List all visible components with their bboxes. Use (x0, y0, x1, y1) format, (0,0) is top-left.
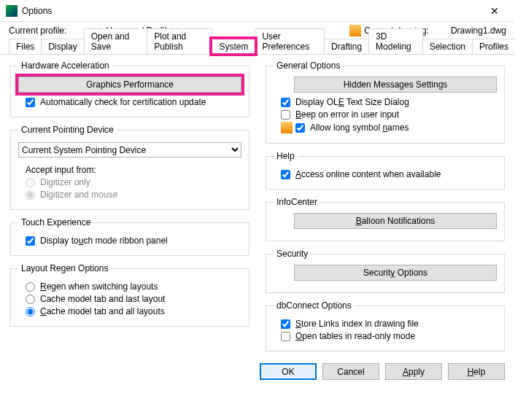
window-title: Options (22, 6, 480, 16)
hidden-messages-button[interactable]: Hidden Messages Settings (294, 77, 497, 93)
legend-pointing: Current Pointing Device (18, 125, 117, 135)
radio-cache-all[interactable]: Cache model tab and all layouts (26, 306, 241, 316)
radio-regen-switching[interactable]: Regen when switching layouts (26, 281, 241, 292)
group-hardware-acceleration: Hardware Acceleration Graphics Performan… (10, 61, 249, 117)
radio-cache-last[interactable]: Cache model tab and last layout (26, 294, 241, 304)
tab-selection[interactable]: Selection (422, 39, 473, 54)
check-online-content[interactable]: Access online content when available (281, 169, 497, 179)
security-options-button[interactable]: Security Options (294, 265, 497, 281)
radio-cache-last-input[interactable] (26, 295, 35, 304)
tab-drafting[interactable]: Drafting (324, 39, 369, 54)
tab-user-preferences[interactable]: User Preferences (255, 28, 325, 54)
group-infocenter: InfoCenter Balloon Notifications (266, 197, 505, 241)
radio-digitizer-only-input (26, 178, 35, 187)
check-beep-error[interactable]: Beep on error in user input (281, 109, 497, 120)
app-icon (6, 5, 18, 17)
check-beep-box[interactable] (281, 110, 290, 120)
radio-digitizer-only: Digitizer only (26, 177, 241, 187)
check-online-box[interactable] (281, 170, 290, 179)
close-icon[interactable]: ✕ (480, 5, 509, 17)
check-open-readonly-box[interactable] (281, 332, 290, 341)
group-touch: Touch Experience Display touch mode ribb… (10, 217, 249, 256)
titlebar: Options ✕ (0, 0, 515, 22)
check-long-symbol[interactable]: Allow long symbol names (281, 122, 497, 133)
group-dbconnect: dbConnect Options Store Links index in d… (266, 300, 505, 351)
drawing-override-icon (281, 122, 293, 133)
check-ole-text-size[interactable]: Display OLE Text Size Dialog (281, 97, 497, 107)
tab-system[interactable]: System (212, 39, 255, 54)
check-touch-ribbon[interactable]: Display touch mode ribbon panel (26, 236, 241, 246)
pointing-device-select[interactable]: Current System Pointing Device (18, 142, 241, 158)
graphics-performance-button[interactable]: Graphics Performance (18, 77, 241, 93)
profile-label: Current profile: (9, 26, 66, 36)
tab-plot-and-publish[interactable]: Plot and Publish (147, 28, 212, 54)
check-long-symbol-box[interactable] (295, 123, 305, 133)
legend-touch: Touch Experience (18, 217, 93, 228)
ok-button[interactable]: OK (260, 363, 317, 380)
check-cert-update-box[interactable] (26, 98, 35, 107)
group-general-options: General Options Hidden Messages Settings… (266, 61, 505, 144)
legend-help: Help (274, 151, 298, 161)
tab-display[interactable]: Display (41, 39, 84, 54)
tab-files[interactable]: Files (9, 39, 42, 54)
tab-strip: FilesDisplayOpen and SavePlot and Publis… (0, 38, 515, 55)
group-security: Security Security Options (266, 249, 505, 293)
legend-general: General Options (274, 61, 343, 71)
radio-regen-switching-input[interactable] (26, 282, 35, 292)
apply-button[interactable]: Apply (385, 363, 442, 380)
legend-hw: Hardware Acceleration (18, 61, 112, 71)
tab-profiles[interactable]: Profiles (472, 39, 515, 54)
tab-3d-modeling[interactable]: 3D Modeling (368, 28, 423, 54)
tab-open-and-save[interactable]: Open and Save (84, 28, 148, 54)
help-button[interactable]: Help (448, 363, 505, 380)
radio-cache-all-input[interactable] (26, 307, 35, 316)
left-column: Hardware Acceleration Graphics Performan… (10, 61, 249, 351)
balloon-notifications-button[interactable]: Balloon Notifications (294, 213, 497, 229)
group-help: Help Access online content when availabl… (266, 151, 505, 190)
dialog-buttons: OK Cancel Apply Help (0, 356, 515, 390)
check-store-links[interactable]: Store Links index in drawing file (281, 319, 497, 329)
drawing-name: Drawing1.dwg (451, 26, 506, 36)
check-open-readonly[interactable]: Open tables in read-only mode (281, 331, 497, 341)
check-store-links-box[interactable] (281, 319, 290, 329)
tab-content: Hardware Acceleration Graphics Performan… (0, 55, 515, 356)
legend-regen: Layout Regen Options (18, 263, 111, 273)
radio-digitizer-mouse: Digitizer and mouse (26, 190, 241, 200)
group-layout-regen: Layout Regen Options Regen when switchin… (10, 263, 249, 327)
legend-security: Security (274, 249, 311, 259)
cancel-button[interactable]: Cancel (322, 363, 379, 380)
check-cert-update[interactable]: Automatically check for certification up… (26, 97, 241, 107)
check-touch-ribbon-box[interactable] (26, 236, 35, 246)
legend-infocenter: InfoCenter (274, 197, 320, 207)
drawing-icon (349, 25, 361, 36)
right-column: General Options Hidden Messages Settings… (266, 61, 505, 351)
legend-dbconnect: dbConnect Options (274, 300, 355, 311)
accept-input-label: Accept input from: (26, 165, 241, 175)
radio-digitizer-mouse-input (26, 190, 35, 200)
group-pointing-device: Current Pointing Device Current System P… (10, 125, 249, 210)
check-ole-box[interactable] (281, 98, 290, 107)
